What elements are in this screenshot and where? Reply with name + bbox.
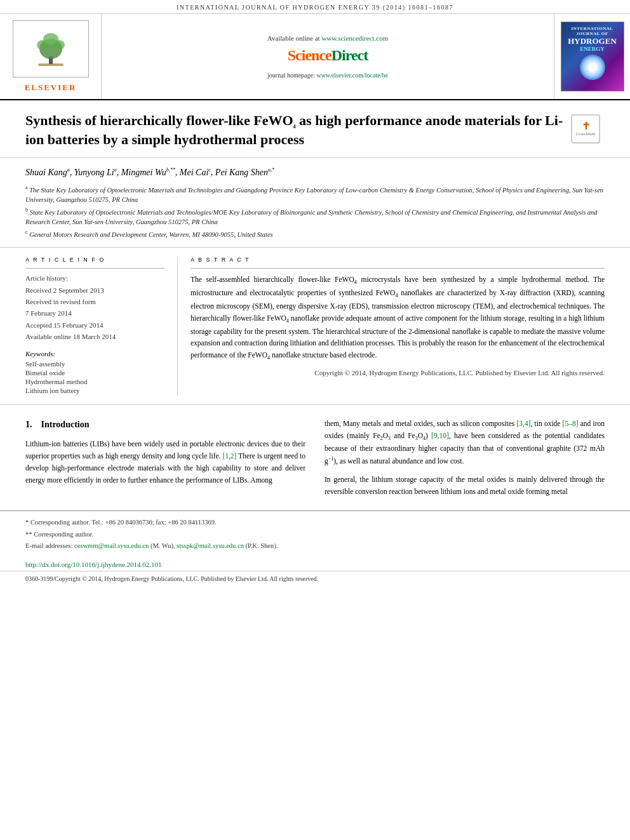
cover-title-line1: International Journal of [564, 26, 621, 37]
doi-section: http://dx.doi.org/10.1016/j.ijhydene.201… [0, 557, 630, 571]
abstract-divider [191, 268, 605, 269]
crossmark-area: ✝ CrossMark [566, 112, 605, 143]
affiliation-c: c General Motors Research and Developmen… [25, 229, 605, 239]
email-label: E-mail addresses: [25, 542, 72, 549]
intro-col2-text: them, Many metals and metal oxides, such… [325, 418, 605, 467]
section-number: 1. [25, 420, 32, 429]
email-shen[interactable]: stsspk@mail.sysu.edu.cn [177, 542, 244, 549]
intro-col1-text: Lithium-ion batteries (LIBs) have been w… [25, 438, 305, 486]
body-two-col: 1. Introduction Lithium-ion batteries (L… [25, 418, 605, 498]
journal-cover-area: International Journal of HYDROGEN ENERGY [554, 14, 630, 99]
co-corresponding-author-note: ** Corresponding author. [25, 530, 605, 540]
article-title: Synthesis of hierarchically flower-like … [25, 112, 566, 149]
crossmark-label: CrossMark [575, 131, 595, 137]
keywords-label: Keywords: [25, 350, 164, 357]
ref-1-2[interactable]: [1,2] [222, 452, 236, 460]
journal-title: INTERNATIONAL JOURNAL OF HYDROGEN ENERGY… [177, 4, 453, 11]
keyword-2: Bimetal oxide [25, 369, 164, 377]
affiliations: a The State Key Laboratory of Optoelectr… [25, 184, 605, 239]
cover-title-hydrogen: HYDROGEN [568, 37, 617, 46]
body-col-left: 1. Introduction Lithium-ion batteries (L… [25, 418, 305, 498]
body-col-right: them, Many metals and metal oxides, such… [325, 418, 605, 498]
ref-3-4[interactable]: [3,4] [516, 420, 530, 427]
doi-link[interactable]: http://dx.doi.org/10.1016/j.ijhydene.201… [25, 561, 162, 568]
keyword-4: Lithium ion battery [25, 387, 164, 394]
abstract-col: A B S T R A C T The self-assembled hiera… [191, 257, 605, 395]
journal-cover-image: International Journal of HYDROGEN ENERGY [561, 22, 624, 91]
introduction-section: 1. Introduction Lithium-ion batteries (L… [0, 405, 630, 510]
title-text-area: Synthesis of hierarchically flower-like … [25, 112, 566, 149]
svg-point-4 [43, 33, 58, 44]
authors-section: Shuai Kanga, Yunyong Lia, Mingmei Wub,**… [0, 158, 630, 248]
science-text: Science [288, 47, 332, 63]
section-heading: 1. Introduction [25, 418, 305, 432]
ref-5-8[interactable]: [5–8] [563, 420, 579, 427]
available-online-date: Available online 18 March 2014 [25, 332, 164, 342]
direct-text: Direct [332, 47, 368, 63]
revised-date: 7 February 2014 [25, 309, 164, 318]
received-date: Received 2 September 2013 [25, 286, 164, 295]
cover-decorative-circle [580, 55, 605, 80]
abstract-label: A B S T R A C T [191, 257, 605, 263]
footnotes-section: * Corresponding author. Tel.: +86 20 840… [0, 510, 630, 557]
section-title: Introduction [41, 420, 90, 429]
intro-col2-para2: In general, the lithium storage capacity… [325, 474, 605, 498]
sciencedirect-url[interactable]: www.sciencedirect.com [321, 34, 388, 42]
sciencedirect-logo: ScienceDirect [288, 47, 368, 64]
elsevier-brand-text: ELSEVIER [25, 83, 77, 93]
available-online-text: Available online at www.sciencedirect.co… [267, 34, 389, 42]
email-wu[interactable]: ceswmm@mail.sysu.edu.cn [74, 542, 149, 549]
ref-9-10[interactable]: [9,10] [431, 432, 449, 439]
abstract-text: The self-assembled hierarchically flower… [191, 274, 605, 378]
center-header: Available online at www.sciencedirect.co… [102, 14, 554, 99]
authors-line: Shuai Kanga, Yunyong Lia, Mingmei Wub,**… [25, 167, 605, 178]
copyright-line: Copyright © 2014, Hydrogen Energy Public… [191, 368, 605, 379]
history-label: Article history: [25, 274, 164, 283]
elsevier-logo-box [13, 20, 89, 77]
email-wu-name: (M. Wu), [151, 542, 175, 549]
elsevier-logo-area: ELSEVIER [0, 14, 102, 99]
keyword-3: Hydrothermal method [25, 378, 164, 385]
article-info-col: A R T I C L E I N F O Article history: R… [25, 257, 178, 395]
crossmark-badge: ✝ CrossMark [571, 114, 600, 143]
keyword-1: Self-assembly [25, 360, 164, 368]
journal-header-bar: INTERNATIONAL JOURNAL OF HYDROGEN ENERGY… [0, 0, 630, 14]
page-header: ELSEVIER Available online at www.science… [0, 14, 630, 100]
article-info-label: A R T I C L E I N F O [25, 257, 164, 263]
journal-homepage: journal homepage: www.elsevier.com/locat… [267, 72, 388, 79]
bottom-bar: 0360-3199/Copyright © 2014, Hydrogen Ene… [0, 571, 630, 586]
info-abstract-section: A R T I C L E I N F O Article history: R… [0, 248, 630, 404]
email-shen-name: (P.K. Shen). [246, 542, 278, 549]
info-divider [25, 268, 164, 269]
journal-homepage-url[interactable]: www.elsevier.com/locate/he [316, 72, 388, 79]
corresponding-author-note: * Corresponding author. Tel.: +86 20 840… [25, 517, 605, 528]
email-line: E-mail addresses: ceswmm@mail.sysu.edu.c… [25, 541, 605, 551]
cover-title-energy: ENERGY [580, 46, 605, 52]
issn-copyright: 0360-3199/Copyright © 2014, Hydrogen Ene… [25, 575, 318, 582]
affiliation-b: b State Key Laboratory of Optoelectronic… [25, 206, 605, 227]
crossmark-icon: ✝ [582, 121, 590, 131]
elsevier-tree-icon [25, 30, 76, 68]
accepted-date: Accepted 15 February 2014 [25, 321, 164, 330]
affiliation-a: a The State Key Laboratory of Optoelectr… [25, 184, 605, 205]
svg-rect-5 [38, 63, 64, 66]
revised-label: Received in revised form [25, 297, 164, 307]
title-section: Synthesis of hierarchically flower-like … [0, 100, 630, 158]
abstract-paragraph: The self-assembled hierarchically flower… [191, 274, 605, 363]
